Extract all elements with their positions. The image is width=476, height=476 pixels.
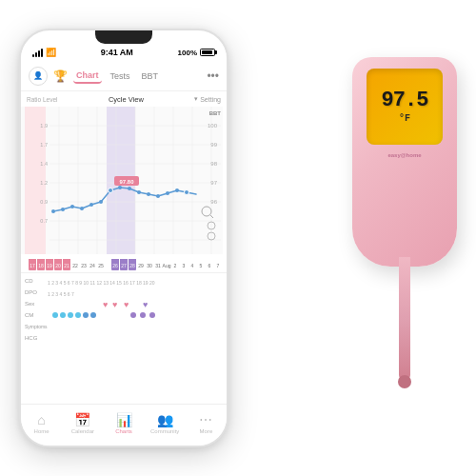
svg-point-23	[89, 203, 93, 207]
calendar-label: Calendar	[71, 428, 94, 434]
svg-text:♥: ♥	[124, 300, 129, 308]
svg-text:29: 29	[138, 263, 144, 268]
svg-point-90	[68, 312, 73, 318]
thermometer-brand: easy@home	[387, 152, 421, 158]
svg-text:22: 22	[72, 263, 78, 268]
status-right: 100%	[178, 49, 215, 57]
avatar[interactable]: 👤	[29, 67, 48, 86]
phone-notch	[95, 30, 152, 44]
svg-text:3: 3	[183, 263, 186, 268]
svg-text:21: 21	[64, 263, 69, 268]
svg-text:96: 96	[210, 199, 217, 205]
svg-point-93	[90, 312, 96, 318]
avatar-icon: 👤	[33, 71, 43, 80]
sex-label: Sex	[25, 301, 48, 307]
tab-chart[interactable]: Chart	[73, 69, 102, 84]
svg-point-95	[140, 312, 146, 318]
svg-text:Aug: Aug	[163, 263, 171, 268]
hcg-label: HCG	[25, 335, 48, 341]
wifi-icon: 📶	[46, 48, 56, 57]
svg-text:25: 25	[98, 263, 104, 268]
svg-text:5: 5	[200, 263, 203, 268]
thermometer: 97.5 °F easy@home	[324, 38, 457, 400]
status-time: 9:41 AM	[101, 48, 133, 57]
nav-community[interactable]: 👥 Community	[145, 412, 186, 434]
thermometer-reading-line2: °F	[399, 113, 410, 124]
tab-bbt[interactable]: BBT	[139, 69, 162, 83]
svg-point-89	[60, 312, 66, 318]
tab-tests[interactable]: Tests	[108, 69, 133, 83]
chevron-down-icon: ▾	[194, 95, 198, 103]
cd-label: CD	[25, 278, 48, 284]
thermometer-tip	[399, 257, 410, 381]
svg-text:1  2  3  4  5  6  7: 1 2 3 4 5 6 7	[48, 291, 74, 297]
svg-point-30	[156, 194, 160, 198]
calendar-icon: 📅	[74, 412, 90, 427]
svg-text:0.7: 0.7	[40, 218, 48, 224]
svg-text:30: 30	[147, 263, 152, 268]
thermometer-display: 97.5 °F	[367, 69, 443, 145]
svg-text:24: 24	[89, 263, 95, 268]
phone-screen: 📶 9:41 AM 100% 👤 🏆 Chart	[21, 44, 227, 446]
chart-svg-container: 97.80 100 99 98 97 96 1.9 1.7 1.4 1.2 0.…	[21, 107, 227, 259]
nav-bar: 👤 🏆 Chart Tests BBT •••	[21, 61, 227, 91]
nav-charts[interactable]: 📊 Charts	[103, 412, 144, 434]
nav-more[interactable]: ⋯ More	[186, 412, 227, 434]
svg-text:♥: ♥	[143, 300, 148, 308]
status-left: 📶	[32, 48, 56, 57]
dpo-label: DPO	[25, 289, 48, 295]
svg-text:1.2: 1.2	[40, 180, 48, 186]
svg-point-20	[61, 208, 65, 211]
svg-text:20: 20	[55, 263, 61, 268]
hcg-row: HCG	[21, 332, 227, 344]
svg-text:2: 2	[174, 263, 177, 268]
symptoms-label: Symptoms	[25, 324, 48, 329]
battery-icon	[200, 49, 215, 56]
chart-area: Ratio Level Cycle View ▾ Setting	[21, 91, 227, 404]
svg-text:♥: ♥	[103, 300, 108, 308]
home-label: Home	[34, 428, 50, 434]
svg-text:23: 23	[81, 263, 87, 268]
svg-text:17: 17	[30, 263, 35, 268]
svg-text:26: 26	[112, 263, 118, 268]
more-icon[interactable]: •••	[207, 69, 219, 83]
charts-icon: 📊	[116, 412, 132, 427]
svg-text:99: 99	[210, 142, 217, 148]
svg-text:7: 7	[217, 263, 220, 268]
battery-percent: 100%	[178, 49, 197, 57]
community-label: Community	[150, 428, 179, 434]
thermometer-reading-line1: 97.5	[382, 90, 428, 111]
thermometer-body: 97.5 °F easy@home	[352, 57, 457, 267]
sex-row: Sex ♥ ♥ ♥ ♥	[21, 298, 227, 309]
day-strip-svg: 17 18 19 20 21 22 23 24 25 26 27 28 29 3…	[25, 259, 223, 272]
svg-text:98: 98	[210, 161, 217, 167]
svg-point-27	[128, 187, 131, 190]
charts-label: Charts	[115, 428, 132, 434]
nav-tabs: Chart Tests BBT	[73, 69, 201, 84]
more-nav-icon: ⋯	[199, 412, 212, 427]
nav-home[interactable]: ⌂ Home	[21, 412, 62, 434]
svg-point-94	[130, 312, 136, 318]
svg-text:31: 31	[155, 263, 161, 268]
svg-text:♥: ♥	[112, 300, 117, 308]
svg-text:1.4: 1.4	[40, 161, 48, 167]
svg-point-21	[70, 205, 74, 208]
svg-point-22	[80, 207, 84, 210]
chart-header: Ratio Level Cycle View ▾ Setting	[21, 91, 227, 107]
svg-point-25	[109, 188, 113, 193]
svg-text:97: 97	[210, 180, 217, 186]
svg-point-26	[118, 186, 122, 189]
trophy-icon: 🏆	[53, 69, 68, 83]
svg-point-92	[83, 312, 89, 318]
home-icon: ⌂	[37, 412, 45, 427]
svg-text:4: 4	[191, 263, 194, 268]
setting-button[interactable]: ▾ Setting	[194, 95, 221, 103]
nav-calendar[interactable]: 📅 Calendar	[62, 412, 103, 434]
community-icon: 👥	[157, 412, 173, 427]
svg-text:27: 27	[121, 263, 127, 268]
svg-text:6: 6	[208, 263, 211, 268]
svg-text:19: 19	[47, 263, 52, 268]
chart-svg: 97.80 100 99 98 97 96 1.9 1.7 1.4 1.2 0.…	[21, 107, 223, 254]
svg-point-29	[147, 192, 150, 196]
svg-text:1  2  3  4  5  6  7  8  9  10 : 1 2 3 4 5 6 7 8 9 10 11 12 13 14 15 16 1…	[48, 280, 155, 286]
